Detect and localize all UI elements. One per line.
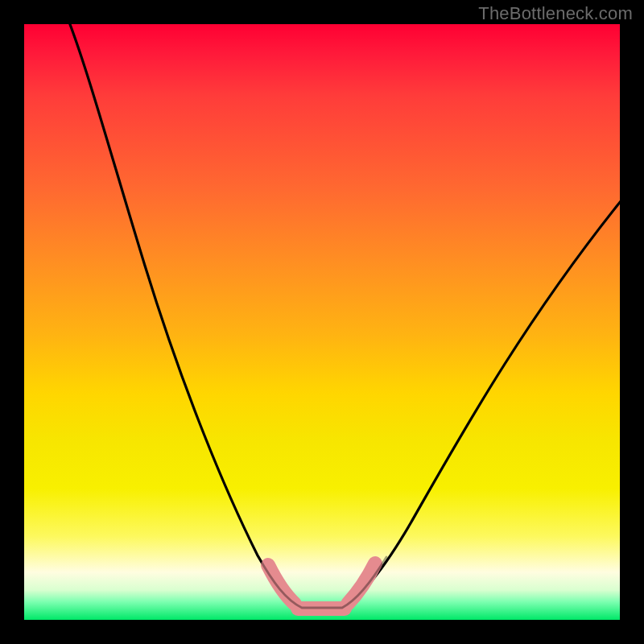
- bottleneck-curve: [68, 24, 620, 608]
- chart-frame: TheBottleneck.com: [0, 0, 644, 644]
- plot-area: [24, 24, 620, 620]
- highlight-left: [268, 565, 295, 604]
- curve-layer: [24, 24, 620, 620]
- watermark-text: TheBottleneck.com: [478, 3, 633, 24]
- highlight-right: [348, 564, 375, 604]
